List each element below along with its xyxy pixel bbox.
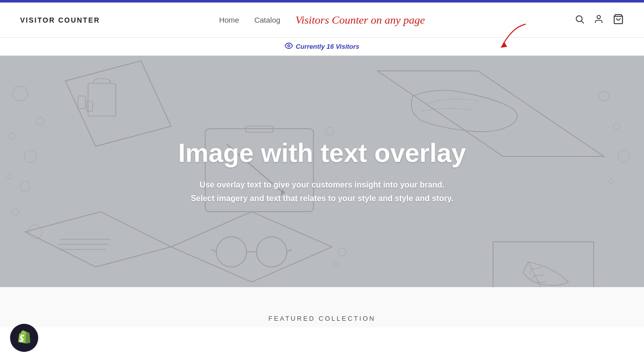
svg-line-2: [582, 21, 584, 23]
login-icon[interactable]: [594, 14, 604, 26]
nav-home[interactable]: Home: [219, 16, 239, 24]
below-hero-section: FEATURED COLLECTION: [0, 287, 644, 327]
svg-point-3: [597, 15, 601, 19]
site-header: VISITOR COUNTER Home Catalog Visitors Co…: [0, 3, 644, 38]
hero-content: Image with text overlay Use overlay text…: [158, 138, 486, 205]
cart-icon[interactable]: [613, 14, 624, 27]
eye-icon: [285, 42, 293, 51]
site-logo: VISITOR COUNTER: [20, 16, 100, 24]
hero-subtitle-line2: Select imagery and text that relates to …: [178, 192, 466, 205]
main-nav: Home Catalog Visitors Counter on any pag…: [219, 14, 425, 27]
annotation-label: Visitors Counter on any page: [295, 14, 425, 27]
svg-point-1: [576, 16, 582, 22]
visitor-count-text: Currently 16 Visitors: [296, 43, 360, 50]
featured-collection-label: FEATURED COLLECTION: [269, 315, 376, 322]
hero-title: Image with text overlay: [178, 138, 466, 168]
visitor-counter-bar: Currently 16 Visitors: [0, 38, 644, 56]
search-icon[interactable]: [575, 14, 585, 26]
svg-point-5: [288, 45, 290, 47]
hero-section: Image with text overlay Use overlay text…: [0, 56, 644, 287]
nav-catalog[interactable]: Catalog: [254, 16, 280, 24]
header-icons: [575, 14, 624, 27]
hero-subtitle-line1: Use overlay text to give your customers …: [178, 178, 466, 192]
